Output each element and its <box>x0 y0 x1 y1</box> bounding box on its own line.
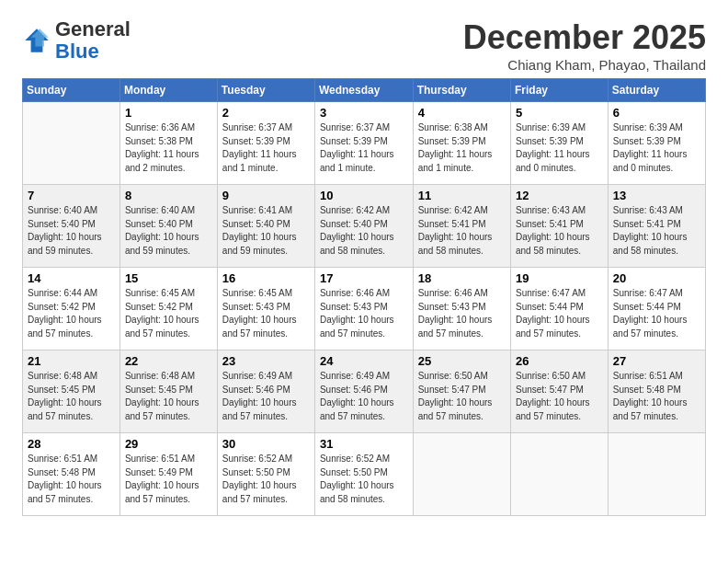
day-info: Sunrise: 6:46 AM Sunset: 5:43 PM Dayligh… <box>320 287 408 340</box>
day-info: Sunrise: 6:42 AM Sunset: 5:40 PM Dayligh… <box>320 204 408 258</box>
day-number: 2 <box>222 106 310 120</box>
calendar-week-row: 21Sunrise: 6:48 AM Sunset: 5:45 PM Dayli… <box>23 350 706 433</box>
day-info: Sunrise: 6:43 AM Sunset: 5:41 PM Dayligh… <box>613 204 700 258</box>
day-number: 6 <box>613 106 700 120</box>
day-number: 29 <box>125 437 212 451</box>
calendar-cell: 2Sunrise: 6:37 AM Sunset: 5:39 PM Daylig… <box>217 102 314 185</box>
calendar-cell <box>23 102 120 185</box>
weekday-header-wednesday: Wednesday <box>314 79 413 102</box>
day-info: Sunrise: 6:36 AM Sunset: 5:38 PM Dayligh… <box>125 121 212 175</box>
day-info: Sunrise: 6:40 AM Sunset: 5:40 PM Dayligh… <box>125 204 212 258</box>
day-number: 5 <box>516 106 603 120</box>
day-info: Sunrise: 6:39 AM Sunset: 5:39 PM Dayligh… <box>613 121 700 175</box>
calendar-cell: 7Sunrise: 6:40 AM Sunset: 5:40 PM Daylig… <box>23 185 120 268</box>
day-info: Sunrise: 6:47 AM Sunset: 5:44 PM Dayligh… <box>613 287 700 340</box>
calendar-cell: 19Sunrise: 6:47 AM Sunset: 5:44 PM Dayli… <box>510 268 608 350</box>
day-info: Sunrise: 6:48 AM Sunset: 5:45 PM Dayligh… <box>28 370 115 423</box>
day-number: 11 <box>418 189 506 202</box>
logo: General Blue <box>22 18 131 63</box>
day-number: 28 <box>28 437 115 451</box>
day-number: 31 <box>320 437 408 451</box>
day-number: 13 <box>613 189 700 202</box>
day-info: Sunrise: 6:47 AM Sunset: 5:44 PM Dayligh… <box>516 287 603 340</box>
day-number: 4 <box>418 106 506 120</box>
weekday-header-friday: Friday <box>510 79 608 102</box>
day-info: Sunrise: 6:49 AM Sunset: 5:46 PM Dayligh… <box>222 370 310 423</box>
weekday-header-tuesday: Tuesday <box>217 79 314 102</box>
day-info: Sunrise: 6:50 AM Sunset: 5:47 PM Dayligh… <box>516 370 603 423</box>
day-number: 16 <box>222 271 310 285</box>
day-number: 9 <box>222 189 310 202</box>
month-title: December 2025 <box>463 18 706 57</box>
day-info: Sunrise: 6:52 AM Sunset: 5:50 PM Dayligh… <box>320 453 408 506</box>
day-info: Sunrise: 6:51 AM Sunset: 5:49 PM Dayligh… <box>125 453 212 506</box>
calendar-cell: 24Sunrise: 6:49 AM Sunset: 5:46 PM Dayli… <box>314 350 413 433</box>
calendar-cell <box>510 433 608 516</box>
calendar-cell: 30Sunrise: 6:52 AM Sunset: 5:50 PM Dayli… <box>217 433 314 516</box>
calendar-cell: 21Sunrise: 6:48 AM Sunset: 5:45 PM Dayli… <box>23 350 120 433</box>
day-number: 23 <box>222 354 310 368</box>
day-info: Sunrise: 6:46 AM Sunset: 5:43 PM Dayligh… <box>418 287 506 340</box>
day-info: Sunrise: 6:48 AM Sunset: 5:45 PM Dayligh… <box>125 370 212 423</box>
calendar-cell: 25Sunrise: 6:50 AM Sunset: 5:47 PM Dayli… <box>413 350 510 433</box>
day-number: 30 <box>222 437 310 451</box>
day-info: Sunrise: 6:45 AM Sunset: 5:42 PM Dayligh… <box>125 287 212 340</box>
calendar-cell: 1Sunrise: 6:36 AM Sunset: 5:38 PM Daylig… <box>119 102 217 185</box>
calendar-cell: 23Sunrise: 6:49 AM Sunset: 5:46 PM Dayli… <box>217 350 314 433</box>
calendar-cell <box>608 433 705 516</box>
weekday-header-thursday: Thursday <box>413 79 510 102</box>
day-info: Sunrise: 6:43 AM Sunset: 5:41 PM Dayligh… <box>516 204 603 258</box>
day-info: Sunrise: 6:51 AM Sunset: 5:48 PM Dayligh… <box>28 453 115 506</box>
day-number: 3 <box>320 106 408 120</box>
calendar-cell: 9Sunrise: 6:41 AM Sunset: 5:40 PM Daylig… <box>217 185 314 268</box>
day-info: Sunrise: 6:52 AM Sunset: 5:50 PM Dayligh… <box>222 453 310 506</box>
day-info: Sunrise: 6:45 AM Sunset: 5:43 PM Dayligh… <box>222 287 310 340</box>
calendar-cell: 4Sunrise: 6:38 AM Sunset: 5:39 PM Daylig… <box>413 102 510 185</box>
day-number: 21 <box>28 354 115 368</box>
logo-icon <box>22 26 51 55</box>
calendar-cell: 5Sunrise: 6:39 AM Sunset: 5:39 PM Daylig… <box>510 102 608 185</box>
page-header: General Blue December 2025 Chiang Kham, … <box>22 18 706 73</box>
day-number: 14 <box>28 271 115 285</box>
calendar-cell: 8Sunrise: 6:40 AM Sunset: 5:40 PM Daylig… <box>119 185 217 268</box>
calendar-table: SundayMondayTuesdayWednesdayThursdayFrid… <box>22 78 706 516</box>
calendar-cell: 31Sunrise: 6:52 AM Sunset: 5:50 PM Dayli… <box>314 433 413 516</box>
logo-text: General Blue <box>55 18 131 63</box>
day-number: 12 <box>516 189 603 202</box>
day-info: Sunrise: 6:50 AM Sunset: 5:47 PM Dayligh… <box>418 370 506 423</box>
day-info: Sunrise: 6:44 AM Sunset: 5:42 PM Dayligh… <box>28 287 115 340</box>
day-info: Sunrise: 6:40 AM Sunset: 5:40 PM Dayligh… <box>28 204 115 258</box>
calendar-cell: 11Sunrise: 6:42 AM Sunset: 5:41 PM Dayli… <box>413 185 510 268</box>
day-number: 27 <box>613 354 700 368</box>
weekday-header-sunday: Sunday <box>23 79 120 102</box>
day-number: 24 <box>320 354 408 368</box>
day-number: 15 <box>125 271 212 285</box>
calendar-cell: 26Sunrise: 6:50 AM Sunset: 5:47 PM Dayli… <box>510 350 608 433</box>
weekday-header-row: SundayMondayTuesdayWednesdayThursdayFrid… <box>23 79 706 102</box>
day-number: 17 <box>320 271 408 285</box>
calendar-cell: 22Sunrise: 6:48 AM Sunset: 5:45 PM Dayli… <box>119 350 217 433</box>
calendar-cell: 15Sunrise: 6:45 AM Sunset: 5:42 PM Dayli… <box>119 268 217 350</box>
weekday-header-monday: Monday <box>119 79 217 102</box>
day-info: Sunrise: 6:42 AM Sunset: 5:41 PM Dayligh… <box>418 204 506 258</box>
calendar-cell: 18Sunrise: 6:46 AM Sunset: 5:43 PM Dayli… <box>413 268 510 350</box>
day-number: 19 <box>516 271 603 285</box>
weekday-header-saturday: Saturday <box>608 79 705 102</box>
calendar-cell: 3Sunrise: 6:37 AM Sunset: 5:39 PM Daylig… <box>314 102 413 185</box>
calendar-cell: 17Sunrise: 6:46 AM Sunset: 5:43 PM Dayli… <box>314 268 413 350</box>
day-number: 25 <box>418 354 506 368</box>
day-info: Sunrise: 6:38 AM Sunset: 5:39 PM Dayligh… <box>418 121 506 175</box>
calendar-cell: 12Sunrise: 6:43 AM Sunset: 5:41 PM Dayli… <box>510 185 608 268</box>
day-info: Sunrise: 6:51 AM Sunset: 5:48 PM Dayligh… <box>613 370 700 423</box>
day-number: 1 <box>125 106 212 120</box>
calendar-cell: 14Sunrise: 6:44 AM Sunset: 5:42 PM Dayli… <box>23 268 120 350</box>
calendar-cell: 10Sunrise: 6:42 AM Sunset: 5:40 PM Dayli… <box>314 185 413 268</box>
calendar-cell <box>413 433 510 516</box>
day-number: 22 <box>125 354 212 368</box>
day-number: 18 <box>418 271 506 285</box>
calendar-cell: 29Sunrise: 6:51 AM Sunset: 5:49 PM Dayli… <box>119 433 217 516</box>
title-block: December 2025 Chiang Kham, Phayao, Thail… <box>463 18 706 73</box>
calendar-cell: 13Sunrise: 6:43 AM Sunset: 5:41 PM Dayli… <box>608 185 705 268</box>
calendar-week-row: 1Sunrise: 6:36 AM Sunset: 5:38 PM Daylig… <box>23 102 706 185</box>
calendar-week-row: 14Sunrise: 6:44 AM Sunset: 5:42 PM Dayli… <box>23 268 706 350</box>
